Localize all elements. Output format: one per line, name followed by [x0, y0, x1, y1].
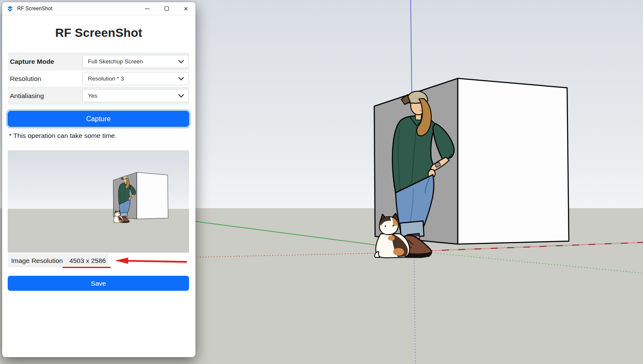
maximize-icon [165, 6, 169, 11]
close-icon: × [184, 5, 188, 12]
image-resolution-row: Image Resolution 4503 x 2586 [8, 254, 189, 269]
red-arrow-annotation [115, 257, 188, 265]
chevron-down-icon [178, 94, 184, 98]
titlebar[interactable]: RF ScreenShot × [2, 2, 195, 15]
close-button[interactable]: × [176, 2, 195, 15]
capture-mode-label: Capture Mode [10, 58, 82, 66]
minimize-button[interactable] [138, 2, 157, 15]
rf-screenshot-window: RF ScreenShot × RF ScreenShot Capture Mo… [2, 2, 195, 357]
resolution-label: Resolution [10, 75, 82, 83]
red-underline-annotation [63, 267, 111, 268]
chevron-down-icon [178, 77, 184, 81]
sketchup-logo-icon [6, 5, 14, 12]
maximize-button[interactable] [157, 2, 176, 15]
chevron-down-icon [178, 60, 184, 63]
resolution-select[interactable]: Resolution * 3 [82, 72, 189, 85]
minimize-icon [145, 9, 150, 9]
capture-preview-image [8, 150, 189, 253]
capture-mode-row: Capture Mode Full Sketchup Screen [8, 53, 189, 70]
settings-table: Capture Mode Full Sketchup Screen Resolu… [8, 53, 189, 104]
antialiasing-value: Yes [88, 92, 97, 99]
antialiasing-label: Antialiasing [10, 92, 82, 100]
sketchup-screen: RF ScreenShot × RF ScreenShot Capture Mo… [0, 0, 643, 364]
page-title: RF ScreenShot [2, 26, 195, 40]
image-resolution-strip: Image Resolution 4503 x 2586 [8, 254, 108, 267]
capture-mode-select[interactable]: Full Sketchup Screen [82, 55, 189, 68]
image-resolution-label: Image Resolution [8, 257, 63, 265]
antialiasing-row: Antialiasing Yes [8, 87, 189, 104]
save-button[interactable]: Save [8, 276, 189, 291]
resolution-row: Resolution Resolution * 3 [8, 70, 189, 87]
resolution-value: Resolution * 3 [88, 75, 124, 82]
capture-mode-value: Full Sketchup Screen [88, 58, 143, 65]
antialiasing-select[interactable]: Yes [82, 89, 189, 102]
capture-button[interactable]: Capture [8, 111, 189, 127]
image-resolution-value: 4503 x 2586 [69, 257, 106, 265]
capture-note: * This operation can take some time. [9, 132, 195, 140]
window-title: RF ScreenShot [17, 6, 138, 12]
